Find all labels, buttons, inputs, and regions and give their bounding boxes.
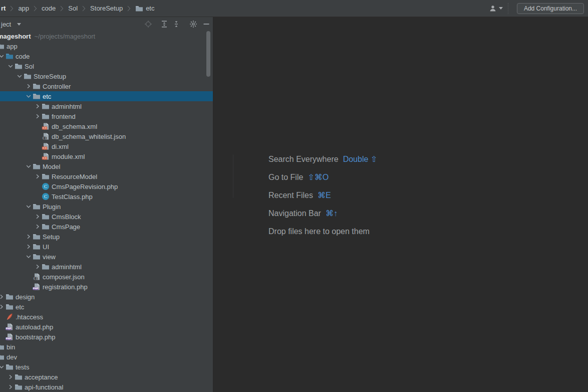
tree-row[interactable]: app: [0, 41, 213, 51]
breadcrumb-separator: [10, 6, 14, 12]
chevron-collapsed-icon[interactable]: [34, 172, 42, 180]
chevron-collapsed-icon[interactable]: [7, 383, 15, 391]
breadcrumb-item-sol[interactable]: Sol: [68, 5, 78, 12]
folder-icon: [6, 303, 14, 311]
expand-all-icon[interactable]: [160, 20, 168, 28]
tree-item-label: db_schema.xml: [52, 123, 97, 130]
chevron-expanded-icon[interactable]: [0, 52, 6, 60]
project-tool-window-title[interactable]: ject: [0, 21, 11, 28]
tree-row[interactable]: <>module.xml: [0, 151, 213, 161]
tree-item-label: CmsPage: [52, 223, 80, 231]
collapse-all-icon[interactable]: [172, 20, 180, 28]
chevron-collapsed-icon[interactable]: [7, 373, 15, 381]
indent-guide-line: [233, 155, 233, 198]
tree-row[interactable]: dev: [0, 352, 213, 362]
svg-text:PHP: PHP: [33, 287, 39, 290]
svg-text:<>: <>: [42, 126, 47, 129]
project-tree: mageshort~/projects/mageshort app code S…: [0, 31, 213, 392]
chevron-expanded-icon[interactable]: [25, 162, 33, 170]
svg-text:<>: <>: [42, 146, 47, 149]
tree-row[interactable]: CCmsPageRevision.php: [0, 181, 213, 191]
shortcut-keys: ⌘E: [318, 186, 331, 205]
tree-row[interactable]: Model: [0, 161, 213, 171]
locate-icon[interactable]: [144, 20, 152, 28]
breadcrumb-separator: [127, 6, 131, 12]
tree-row[interactable]: etc: [0, 91, 213, 101]
svg-text:PHP: PHP: [6, 337, 12, 340]
settings-gear-icon[interactable]: [189, 20, 197, 28]
tree-row[interactable]: adminhtml: [0, 101, 213, 111]
svg-text:PHP: PHP: [6, 327, 12, 330]
tree-row[interactable]: code: [0, 51, 213, 61]
shortcut-keys: ⌘↑: [326, 205, 338, 223]
chevron-collapsed-icon[interactable]: [34, 263, 42, 271]
tree-row[interactable]: CTestClass.php: [0, 191, 213, 202]
tree-row[interactable]: adminhtml: [0, 262, 213, 272]
chevron-expanded-icon[interactable]: [0, 363, 6, 371]
tree-row[interactable]: etc: [0, 302, 213, 312]
tree-row[interactable]: .htaccess: [0, 312, 213, 322]
chevron-collapsed-icon[interactable]: [25, 82, 33, 90]
chevron-expanded-icon[interactable]: [16, 72, 24, 80]
breadcrumb-item-storesetup[interactable]: StoreSetup: [90, 5, 123, 12]
tree-row[interactable]: PHPregistration.php: [0, 282, 213, 292]
chevron-collapsed-icon[interactable]: [0, 303, 6, 311]
breadcrumb-item-app[interactable]: app: [18, 5, 29, 12]
folder-icon: [15, 373, 23, 381]
chevron-down-icon: [499, 7, 503, 10]
tree-row[interactable]: { }db_schema_whitelist.json: [0, 131, 213, 141]
tree-row[interactable]: PHPbootstrap.php: [0, 332, 213, 342]
ide-window: rt app code Sol StoreSetup etc: [0, 0, 588, 392]
tree-row[interactable]: bin: [0, 342, 213, 352]
tree-row[interactable]: <>di.xml: [0, 141, 213, 151]
chevron-collapsed-icon[interactable]: [34, 112, 42, 120]
tree-row[interactable]: CmsBlock: [0, 212, 213, 222]
chevron-slot: [25, 273, 33, 281]
breadcrumb-item-code[interactable]: code: [42, 5, 56, 12]
chevron-expanded-icon[interactable]: [25, 253, 33, 261]
tree-row[interactable]: CmsPage: [0, 222, 213, 232]
tree-row[interactable]: mageshort~/projects/mageshort: [0, 31, 213, 41]
tree-row[interactable]: UI: [0, 242, 213, 252]
tree-row[interactable]: ResourceModel: [0, 171, 213, 181]
breadcrumb-item-etc[interactable]: etc: [135, 5, 154, 13]
tree-row[interactable]: StoreSetup: [0, 71, 213, 81]
tree-item-label: etc: [16, 303, 24, 311]
chevron-expanded-icon[interactable]: [25, 92, 33, 100]
folder-icon: [33, 162, 41, 170]
chevron-collapsed-icon[interactable]: [34, 213, 42, 221]
tree-item-label: view: [43, 253, 56, 261]
tree-row[interactable]: design: [0, 292, 213, 302]
chevron-slot: [0, 313, 6, 321]
hide-icon[interactable]: [202, 20, 210, 28]
tree-row[interactable]: { }composer.json: [0, 272, 213, 282]
chevron-collapsed-icon[interactable]: [34, 223, 42, 231]
shortcut-keys: Double ⇧: [343, 150, 378, 168]
tree-row[interactable]: Plugin: [0, 202, 213, 212]
tree-row[interactable]: Sol: [0, 61, 213, 71]
tree-row[interactable]: tests: [0, 362, 213, 372]
project-root-path: ~/projects/mageshort: [34, 33, 95, 40]
tree-item-label: UI: [43, 243, 49, 251]
chevron-collapsed-icon[interactable]: [34, 102, 42, 110]
chevron-collapsed-icon[interactable]: [0, 293, 6, 301]
tree-row[interactable]: PHPautoload.php: [0, 322, 213, 332]
scrollbar[interactable]: [206, 31, 210, 77]
tree-row[interactable]: <>db_schema.xml: [0, 121, 213, 131]
json-icon: { }: [42, 132, 50, 140]
tree-item-label: composer.json: [43, 273, 85, 281]
tree-item-label: adminhtml: [52, 103, 82, 110]
breadcrumb-item-root[interactable]: rt: [1, 5, 6, 12]
chevron-collapsed-icon[interactable]: [25, 233, 33, 241]
tree-row[interactable]: acceptance: [0, 372, 213, 382]
add-configuration-button[interactable]: Add Configuration...: [517, 3, 584, 14]
user-menu[interactable]: [489, 5, 503, 13]
tree-row[interactable]: api-functional: [0, 382, 213, 392]
tree-row[interactable]: Controller: [0, 81, 213, 91]
chevron-collapsed-icon[interactable]: [25, 243, 33, 251]
chevron-expanded-icon[interactable]: [25, 203, 33, 211]
tree-row[interactable]: view: [0, 252, 213, 262]
chevron-expanded-icon[interactable]: [7, 62, 15, 70]
tree-row[interactable]: frontend: [0, 111, 213, 121]
tree-row[interactable]: Setup: [0, 232, 213, 242]
